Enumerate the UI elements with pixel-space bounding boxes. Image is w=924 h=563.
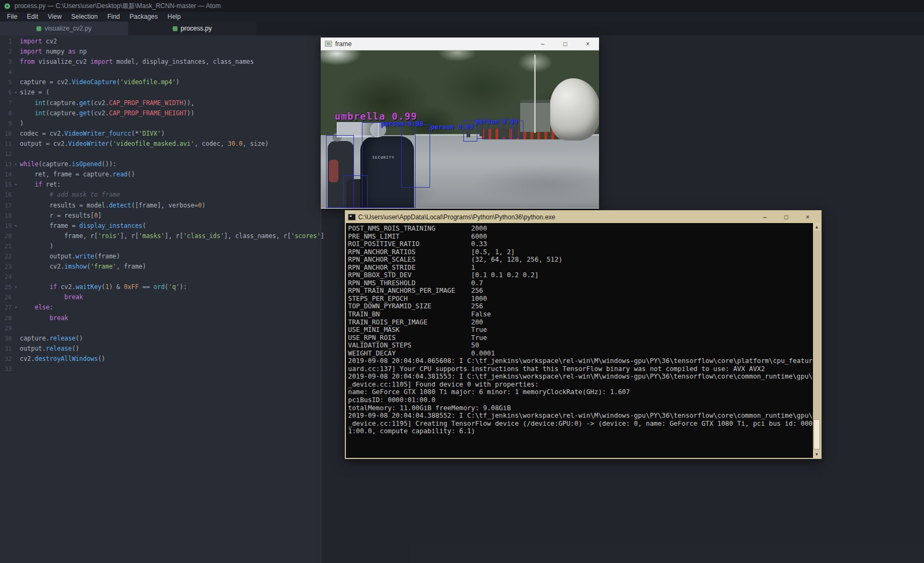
console-icon (348, 214, 356, 220)
menu-edit[interactable]: Edit (22, 12, 43, 21)
close-button[interactable]: × (797, 211, 818, 223)
opencv-frame-window: frame – □ × SECURITY (321, 38, 599, 209)
console-tensorflow-log: 2019-09-08 20:04:04.065608: I C:\tf_jenk… (348, 357, 812, 435)
atom-titlebar[interactable]: process.py — C:\Users\user\Desktop\最新\Ma… (0, 0, 924, 12)
console-title: C:\Users\user\AppData\Local\Programs\Pyt… (358, 213, 556, 221)
atom-window: process.py — C:\Users\user\Desktop\最新\Ma… (0, 0, 924, 563)
atom-logo-icon (4, 3, 10, 9)
scroll-up-icon[interactable]: ▲ (813, 223, 820, 231)
menu-help[interactable]: Help (162, 12, 186, 21)
maximize-button[interactable]: □ (775, 211, 797, 223)
person-detection-label: person 0.99 (381, 120, 423, 128)
scroll-down-icon[interactable]: ▼ (813, 450, 820, 458)
person-detection-label: person 0.99 (431, 123, 473, 131)
frame-window-titlebar[interactable]: frame – □ × (321, 38, 599, 50)
window-title: process.py — C:\Users\user\Desktop\最新\Ma… (14, 2, 221, 11)
person-detection-label: person 0.99 (475, 118, 518, 125)
console-titlebar[interactable]: C:\Users\user\AppData\Local\Programs\Pyt… (346, 211, 820, 223)
person-detection-box (401, 124, 430, 188)
tab-visualize-cv2[interactable]: visualize_cv2.py (0, 21, 128, 35)
frame-window-title: frame (335, 40, 352, 48)
console-output[interactable]: POST_NMS_ROIS_TRAINING 2000 PRE_NMS_LIMI… (346, 223, 813, 458)
console-config-output: POST_NMS_ROIS_TRAINING 2000 PRE_NMS_LIMI… (348, 225, 812, 357)
console-scrollbar[interactable]: ▲ ▼ (813, 223, 820, 458)
console-controls: – □ × (754, 211, 818, 223)
minimize-button[interactable]: – (754, 211, 775, 223)
menu-find[interactable]: Find (102, 12, 124, 21)
white-rock (550, 78, 599, 140)
menu-packages[interactable]: Packages (125, 12, 163, 21)
python-console-window: C:\Users\user\AppData\Local\Programs\Pyt… (345, 210, 822, 459)
tabbar: visualize_cv2.py process.py (0, 21, 924, 35)
menu-view[interactable]: View (43, 12, 66, 21)
person-detection-box (343, 175, 368, 208)
tab-process-py[interactable]: process.py (128, 21, 256, 35)
menubar: File Edit View Selection Find Packages H… (0, 12, 924, 21)
python-file-icon (36, 26, 41, 31)
minimize-button[interactable]: – (531, 38, 554, 50)
tab-label: visualize_cv2.py (45, 25, 91, 32)
menu-selection[interactable]: Selection (66, 12, 102, 21)
close-button[interactable]: × (576, 38, 599, 50)
frame-window-controls: – □ × (531, 38, 599, 50)
video-frame-image: SECURITY umbrella 0.99 person 0.99 perso… (321, 50, 599, 208)
maximize-button[interactable]: □ (554, 38, 576, 50)
frame-window-icon (325, 41, 332, 47)
python-file-icon (173, 26, 178, 31)
light-pole (534, 55, 536, 133)
scrollbar-thumb[interactable] (814, 419, 820, 449)
tab-label: process.py (181, 25, 212, 32)
menu-file[interactable]: File (2, 12, 22, 21)
